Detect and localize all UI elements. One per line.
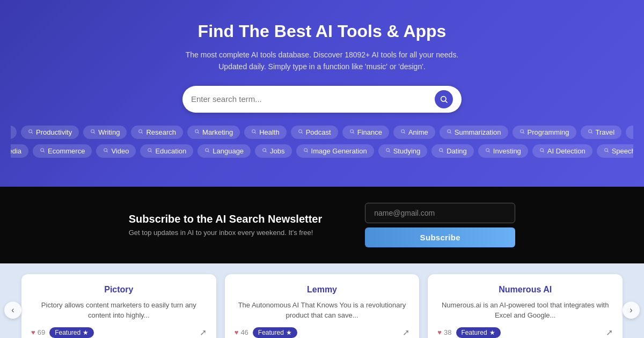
tag-free[interactable]: Free (626, 126, 633, 139)
star-icon: ★ (286, 329, 292, 336)
tag-education[interactable]: Education (140, 144, 193, 158)
search-bar (182, 86, 462, 113)
search-icon (28, 129, 33, 135)
search-icon (385, 148, 391, 154)
search-icon (90, 129, 96, 135)
heart-icon: ♥ (437, 328, 442, 336)
tool-card: Lemmy The Autonomous AI That Knows You i… (225, 274, 420, 338)
tag-research[interactable]: Research (131, 126, 183, 139)
tag-social-media[interactable]: Social Media (11, 144, 28, 158)
tag-video[interactable]: Video (96, 144, 136, 158)
tag-anime[interactable]: Anime (393, 126, 435, 139)
prev-arrow[interactable]: ‹ (4, 302, 21, 319)
card-description: Numerous.ai is an AI-powered tool that i… (437, 300, 613, 321)
tag-row-2: Social Media Ecommerce Video Education L… (16, 144, 628, 158)
svg-line-45 (307, 151, 308, 152)
tag-language[interactable]: Language (197, 144, 251, 158)
svg-line-19 (353, 133, 354, 134)
email-input[interactable] (365, 203, 515, 223)
featured-badge[interactable]: Featured ★ (49, 327, 94, 338)
tag-ai-detection[interactable]: AI Detection (532, 144, 592, 158)
tag-music[interactable]: Music (11, 126, 17, 139)
svg-line-49 (442, 151, 443, 152)
search-icon (303, 148, 309, 154)
tag-rows: Chatbot Music Productivity Writing Resea… (11, 126, 633, 171)
tag-studying[interactable]: Studying (378, 144, 428, 158)
newsletter-section: Subscribe to the AI Search Newsletter Ge… (0, 187, 644, 263)
next-arrow[interactable]: › (623, 302, 640, 319)
card-footer: ♥ 38 Featured ★ ➚ (437, 327, 613, 338)
tag-marketing[interactable]: Marketing (187, 126, 240, 139)
search-input[interactable] (191, 94, 435, 104)
tag-health[interactable]: Health (244, 126, 287, 139)
tag-writing[interactable]: Writing (83, 126, 127, 139)
tag-ecommerce[interactable]: Ecommerce (33, 144, 92, 158)
card-title: Lemmy (235, 285, 410, 295)
heart-icon: ♥ (31, 328, 35, 336)
search-icon (447, 129, 452, 135)
tag-finance[interactable]: Finance (342, 126, 389, 139)
hero-title: Find The Best AI Tools & Apps (11, 21, 633, 41)
search-icon (400, 129, 406, 135)
tag-travel[interactable]: Travel (581, 126, 622, 139)
tool-card: Pictory Pictory allows content marketers… (21, 274, 216, 338)
search-icon (588, 129, 593, 135)
card-likes: ♥ 38 (437, 328, 451, 336)
svg-line-39 (151, 151, 152, 152)
heart-icon: ♥ (235, 328, 239, 336)
hero-section: Find The Best AI Tools & Apps The most c… (0, 0, 644, 187)
newsletter-subtitle: Get top updates in AI to your inbox ever… (129, 229, 322, 237)
featured-badge[interactable]: Featured ★ (253, 327, 297, 338)
card-title: Numerous AI (437, 285, 613, 295)
search-icon (251, 129, 257, 135)
tag-podcast[interactable]: Podcast (291, 126, 338, 139)
tool-card: Numerous AI Numerous.ai is an AI-powered… (428, 274, 623, 338)
svg-line-7 (32, 133, 33, 134)
svg-line-37 (107, 151, 108, 152)
svg-line-1 (445, 101, 447, 102)
search-icon (485, 148, 491, 154)
tag-investing[interactable]: Investing (478, 144, 528, 158)
svg-line-23 (450, 133, 451, 134)
tag-image-generation[interactable]: Image Generation (296, 144, 374, 158)
search-icon (539, 148, 545, 154)
card-likes: ♥ 46 (235, 328, 248, 336)
tag-summarization[interactable]: Summarization (440, 126, 508, 139)
tag-dating[interactable]: Dating (431, 144, 474, 158)
star-icon: ★ (489, 329, 495, 336)
search-icon (349, 129, 355, 135)
featured-badge[interactable]: Featured ★ (456, 327, 501, 338)
tag-speech[interactable]: Speech (597, 144, 633, 158)
svg-line-9 (94, 133, 95, 134)
search-icon (519, 129, 525, 135)
newsletter-title: Subscribe to the AI Search Newsletter (129, 213, 322, 225)
card-footer: ♥ 69 Featured ★ ➚ (31, 327, 207, 338)
external-link-icon[interactable]: ➚ (200, 327, 207, 337)
svg-line-55 (608, 151, 609, 152)
svg-line-53 (543, 151, 544, 152)
card-likes: ♥ 69 (31, 328, 45, 336)
search-icon (440, 95, 448, 104)
svg-line-13 (198, 133, 199, 134)
card-footer: ♥ 46 Featured ★ ➚ (235, 327, 410, 338)
search-icon (633, 129, 633, 135)
svg-line-47 (389, 151, 390, 152)
tag-productivity[interactable]: Productivity (21, 126, 79, 139)
search-icon (204, 148, 210, 154)
svg-line-41 (208, 151, 209, 152)
cards-wrapper: Pictory Pictory allows content marketers… (21, 274, 623, 338)
search-icon (298, 129, 303, 135)
search-icon (103, 148, 108, 154)
subscribe-button[interactable]: Subscribe (365, 227, 515, 247)
card-title: Pictory (31, 285, 207, 295)
external-link-icon[interactable]: ➚ (402, 327, 409, 337)
svg-line-51 (489, 151, 490, 152)
cards-section: ‹ Pictory Pictory allows content markete… (0, 263, 644, 338)
card-description: Pictory allows content marketers to easi… (31, 300, 207, 321)
search-button[interactable] (435, 90, 453, 108)
tag-jobs[interactable]: Jobs (255, 144, 291, 158)
tag-programming[interactable]: Programming (513, 126, 576, 139)
external-link-icon[interactable]: ➚ (606, 327, 613, 337)
newsletter-text: Subscribe to the AI Search Newsletter Ge… (129, 213, 322, 237)
tag-row-1: Chatbot Music Productivity Writing Resea… (16, 126, 628, 139)
